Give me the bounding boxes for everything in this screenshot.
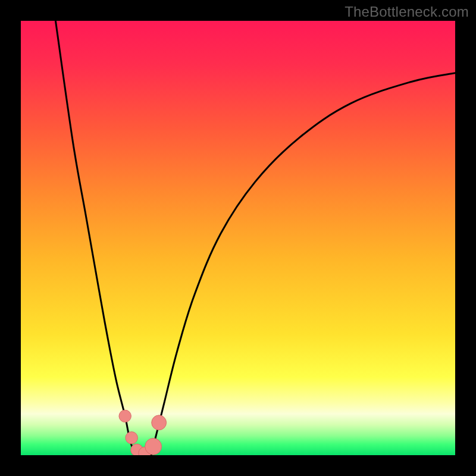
bottleneck-curves [55,21,455,455]
marker-5 [152,415,167,430]
marker-4 [145,439,162,455]
plot-area [21,21,455,455]
watermark-text: TheBottleneck.com [345,4,469,20]
curve-layer [21,21,455,455]
marker-1 [126,432,137,444]
curve-bottleneck-right [151,73,455,455]
curve-bottleneck-left [55,21,138,455]
data-markers [119,410,167,455]
chart-stage: TheBottleneck.com [0,0,476,476]
marker-0 [119,410,131,422]
